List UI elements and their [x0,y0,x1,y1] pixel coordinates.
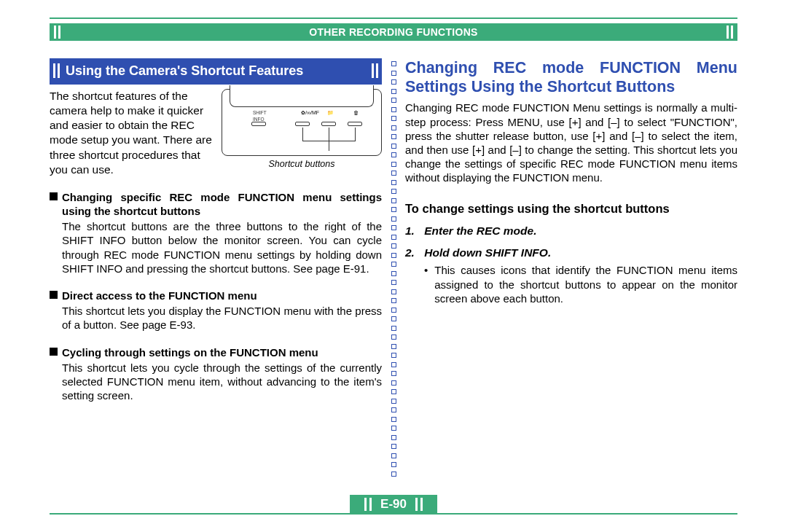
bullet-square-icon [50,192,58,200]
section-1: Changing specific REC mode FUNCTION menu… [50,190,382,275]
column-divider [391,58,396,494]
page-number-badge: E-90 [350,495,437,514]
section-3-heading: Cycling through settings on the FUNCTION… [62,345,382,359]
diagram-caption: Shortcut buttons [222,158,382,170]
section-2: Direct access to the FUNCTION menu This … [50,289,382,332]
bullet-square-icon [50,348,58,356]
bullet-square-icon [50,291,58,299]
section-2-body: This shortcut lets you display the FUNCT… [50,304,382,332]
folder-icon: 📁 [327,110,334,117]
step-1: 1. Enter the REC mode. [405,224,737,238]
left-heading-bar: Using the Camera's Shortcut Features [50,58,382,85]
left-heading-text: Using the Camera's Shortcut Features [57,63,312,79]
right-column: Changing REC mode FUNCTION Menu Settings… [405,58,737,494]
section-3-body: This shortcut lets you cycle through the… [50,361,382,403]
trash-icon: 🗑 [353,110,359,117]
section-header-title: OTHER RECORDING FUNCTIONS [309,26,478,38]
step-2-text: Hold down SHIFT INFO. [424,246,551,259]
focus-icon: ✿/∞/MF [301,110,319,117]
step-1-text: Enter the REC mode. [424,224,536,237]
diagram-label-shift: SHIFT [253,110,267,116]
page-number: E-90 [373,497,414,512]
bullet-dot-icon: • [424,263,428,305]
shortcut-buttons-diagram: SHIFT INFO ✿/∞/MF 📁 🗑 [222,89,382,156]
step-1-num: 1. [405,224,421,238]
section-3: Cycling through settings on the FUNCTION… [50,345,382,403]
step-2-bullet: • This causes icons that identify the FU… [405,263,737,305]
lead-paragraph: The shortcut features of the camera help… [50,89,216,177]
section-header-bar: OTHER RECORDING FUNCTIONS [50,23,737,41]
lead-row: The shortcut features of the camera help… [50,89,382,177]
diagram-wrap: SHIFT INFO ✿/∞/MF 📁 🗑 Shortcut buttons [222,89,382,177]
right-paragraph: Changing REC mode FUNCTION Menu settings… [405,101,737,184]
step-2: 2. Hold down SHIFT INFO. [405,246,737,260]
section-2-heading: Direct access to the FUNCTION menu [62,289,382,302]
section-1-body: The shortcut buttons are the three butto… [50,219,382,275]
step-2-num: 2. [405,246,421,260]
manual-page: OTHER RECORDING FUNCTIONS Using the Came… [50,17,737,515]
content-columns: Using the Camera's Shortcut Features The… [50,58,737,494]
left-column: Using the Camera's Shortcut Features The… [50,58,382,494]
step-2-bullet-text: This causes icons that identify the FUNC… [434,263,737,305]
section-1-heading: Changing specific REC mode FUNCTION menu… [62,190,382,218]
right-subheading: To change settings using the shortcut bu… [405,201,737,216]
right-heading: Changing REC mode FUNCTION Menu Settings… [405,58,737,96]
